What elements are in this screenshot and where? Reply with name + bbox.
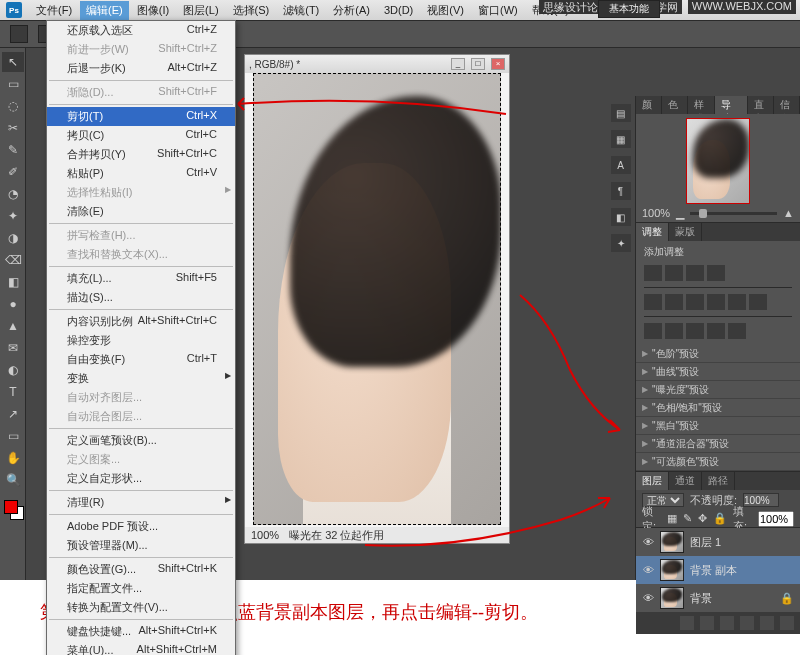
menu-图层[interactable]: 图层(L)	[177, 1, 224, 20]
threshold-icon[interactable]	[686, 323, 704, 339]
zoom-out-icon[interactable]: ▁	[676, 207, 684, 220]
lock-pixels-icon[interactable]: ✎	[683, 512, 692, 525]
delete-layer-icon[interactable]	[780, 616, 794, 630]
menu-item[interactable]: 定义自定形状...	[47, 469, 235, 488]
preset-item[interactable]: ▶"色相/饱和"预设	[636, 399, 800, 417]
menu-item[interactable]: 粘贴(P)Ctrl+V	[47, 164, 235, 183]
menu-item[interactable]: 自由变换(F)Ctrl+T	[47, 350, 235, 369]
menu-item[interactable]: 变换	[47, 369, 235, 388]
menu-item[interactable]: 指定配置文件...	[47, 579, 235, 598]
menu-视图[interactable]: 视图(V)	[421, 1, 470, 20]
menu-item[interactable]: 填充(L)...Shift+F5	[47, 269, 235, 288]
navigator-thumbnail[interactable]	[686, 118, 750, 204]
visibility-icon[interactable]: 👁	[642, 564, 654, 576]
close-button[interactable]: ×	[491, 58, 505, 70]
preset-item[interactable]: ▶"可选颜色"预设	[636, 453, 800, 471]
nav-zoom-value[interactable]: 100%	[642, 207, 670, 219]
tool-icon[interactable]: ▲	[2, 316, 24, 336]
tool-icon[interactable]: ◑	[2, 228, 24, 248]
invert-icon[interactable]	[644, 323, 662, 339]
menu-item[interactable]: 定义画笔预设(B)...	[47, 431, 235, 450]
layer-thumbnail[interactable]	[660, 559, 684, 581]
tool-icon[interactable]: 🔍	[2, 470, 24, 490]
tool-icon[interactable]: ✂	[2, 118, 24, 138]
zoom-slider[interactable]	[690, 212, 777, 215]
tool-icon[interactable]: ●	[2, 294, 24, 314]
tool-icon[interactable]: ▭	[2, 426, 24, 446]
tab-调整[interactable]: 调整	[636, 223, 669, 241]
lock-all-icon[interactable]: 🔒	[713, 512, 727, 525]
menu-分析[interactable]: 分析(A)	[327, 1, 376, 20]
hue-sat-icon[interactable]	[665, 294, 683, 310]
lock-transparent-icon[interactable]: ▦	[667, 512, 677, 525]
menu-窗口[interactable]: 窗口(W)	[472, 1, 524, 20]
menu-3d[interactable]: 3D(D)	[378, 2, 419, 18]
tool-icon[interactable]: ◧	[2, 272, 24, 292]
menu-item[interactable]: 内容识别比例Alt+Shift+Ctrl+C	[47, 312, 235, 331]
tool-preset-icon[interactable]	[10, 25, 28, 43]
collapsed-panel-icon[interactable]: ◧	[611, 208, 631, 226]
tool-icon[interactable]: T	[2, 382, 24, 402]
layer-style-icon[interactable]	[700, 616, 714, 630]
menu-item[interactable]: Adobe PDF 预设...	[47, 517, 235, 536]
collapsed-panel-icon[interactable]: ▤	[611, 104, 631, 122]
menu-item[interactable]: 还原载入选区Ctrl+Z	[47, 21, 235, 40]
link-layers-icon[interactable]	[680, 616, 694, 630]
tool-icon[interactable]: ✦	[2, 206, 24, 226]
tab-样式[interactable]: 样式	[688, 96, 714, 114]
menu-编辑[interactable]: 编辑(E)	[80, 1, 129, 20]
workspace-badge[interactable]: 基本功能	[598, 0, 660, 18]
menu-item[interactable]: 清理(R)	[47, 493, 235, 512]
menu-item[interactable]: 合并拷贝(Y)Shift+Ctrl+C	[47, 145, 235, 164]
menu-item[interactable]: 键盘快捷键...Alt+Shift+Ctrl+K	[47, 622, 235, 641]
document-titlebar[interactable]: , RGB/8#) * _ □ ×	[245, 55, 509, 73]
photo-filter-icon[interactable]	[728, 294, 746, 310]
menu-item[interactable]: 预设管理器(M)...	[47, 536, 235, 555]
menu-item[interactable]: 颜色设置(G)...Shift+Ctrl+K	[47, 560, 235, 579]
channel-mixer-icon[interactable]	[749, 294, 767, 310]
tab-直方[interactable]: 直方	[748, 96, 774, 114]
tab-路径[interactable]: 路径	[702, 472, 735, 490]
selective-color-icon[interactable]	[728, 323, 746, 339]
visibility-icon[interactable]: 👁	[642, 592, 654, 604]
menu-item[interactable]: 后退一步(K)Alt+Ctrl+Z	[47, 59, 235, 78]
menu-item[interactable]: 菜单(U)...Alt+Shift+Ctrl+M	[47, 641, 235, 655]
menu-文件[interactable]: 文件(F)	[30, 1, 78, 20]
collapsed-panel-icon[interactable]: A	[611, 156, 631, 174]
preset-item[interactable]: ▶"曝光度"预设	[636, 381, 800, 399]
doc-zoom[interactable]: 100%	[251, 529, 279, 541]
menu-item[interactable]: 拷贝(C)Ctrl+C	[47, 126, 235, 145]
tab-图层[interactable]: 图层	[636, 472, 669, 490]
fill-input[interactable]	[758, 511, 794, 527]
layer-mask-icon[interactable]	[720, 616, 734, 630]
curves-icon[interactable]	[686, 265, 704, 281]
document-canvas[interactable]	[253, 73, 501, 525]
exposure-icon[interactable]	[707, 265, 725, 281]
preset-item[interactable]: ▶"黑白"预设	[636, 417, 800, 435]
preset-item[interactable]: ▶"曲线"预设	[636, 363, 800, 381]
foreground-color[interactable]	[4, 500, 18, 514]
new-group-icon[interactable]	[740, 616, 754, 630]
color-swatches[interactable]	[2, 498, 23, 524]
layer-row[interactable]: 👁背景🔒	[636, 584, 800, 612]
tool-icon[interactable]: ↗	[2, 404, 24, 424]
color-balance-icon[interactable]	[686, 294, 704, 310]
brightness-icon[interactable]	[644, 265, 662, 281]
collapsed-panel-icon[interactable]: ✦	[611, 234, 631, 252]
menu-选择[interactable]: 选择(S)	[227, 1, 276, 20]
layer-row[interactable]: 👁背景 副本	[636, 556, 800, 584]
menu-item[interactable]: 剪切(T)Ctrl+X	[47, 107, 235, 126]
layer-thumbnail[interactable]	[660, 587, 684, 609]
menu-图像[interactable]: 图像(I)	[131, 1, 175, 20]
layer-thumbnail[interactable]	[660, 531, 684, 553]
document-window[interactable]: , RGB/8#) * _ □ × 100% 曝光在 32 位起作用	[244, 54, 510, 544]
tool-icon[interactable]: ▭	[2, 74, 24, 94]
preset-item[interactable]: ▶"通道混合器"预设	[636, 435, 800, 453]
tool-icon[interactable]: ⌫	[2, 250, 24, 270]
tool-icon[interactable]: ✐	[2, 162, 24, 182]
posterize-icon[interactable]	[665, 323, 683, 339]
tool-icon[interactable]: ◐	[2, 360, 24, 380]
layer-row[interactable]: 👁图层 1	[636, 528, 800, 556]
tool-icon[interactable]: ◌	[2, 96, 24, 116]
tab-色板[interactable]: 色板	[662, 96, 688, 114]
